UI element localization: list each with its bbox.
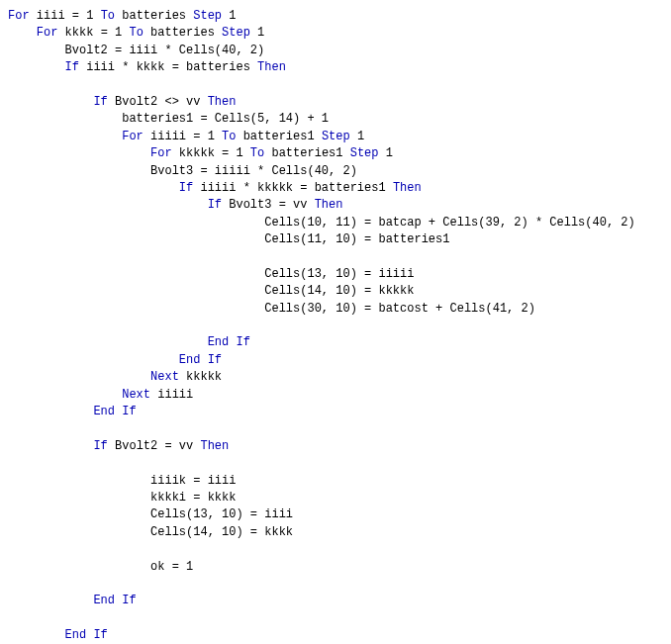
kw-endif: End If [179,353,222,367]
kw-if: If [179,181,193,195]
kw-then: Then [393,181,422,195]
kw-step: Step [350,146,379,160]
kw-to: To [129,26,143,40]
kw-step: Step [193,9,222,23]
kw-endif: End If [65,628,108,642]
kw-then: Then [200,439,229,453]
kw-to: To [222,130,236,143]
kw-for: For [122,130,144,143]
kw-if: If [65,60,79,74]
kw-for: For [37,26,58,40]
code-block: For iiii = 1 To batteries Step 1 For kkk… [8,8,663,644]
kw-step: Step [222,26,250,40]
kw-then: Then [257,60,286,74]
kw-next: Next [122,388,150,402]
kw-endif: End If [93,405,136,418]
kw-for: For [8,9,30,23]
kw-if: If [93,95,107,109]
kw-if: If [208,198,222,212]
kw-next: Next [150,370,179,384]
kw-to: To [101,9,115,23]
kw-if: If [93,439,107,453]
kw-then: Then [208,95,237,109]
kw-step: Step [322,130,350,143]
kw-endif: End If [208,335,250,349]
kw-for: For [150,146,172,160]
kw-then: Then [315,198,343,212]
kw-to: To [250,146,264,160]
kw-endif: End If [93,594,136,607]
